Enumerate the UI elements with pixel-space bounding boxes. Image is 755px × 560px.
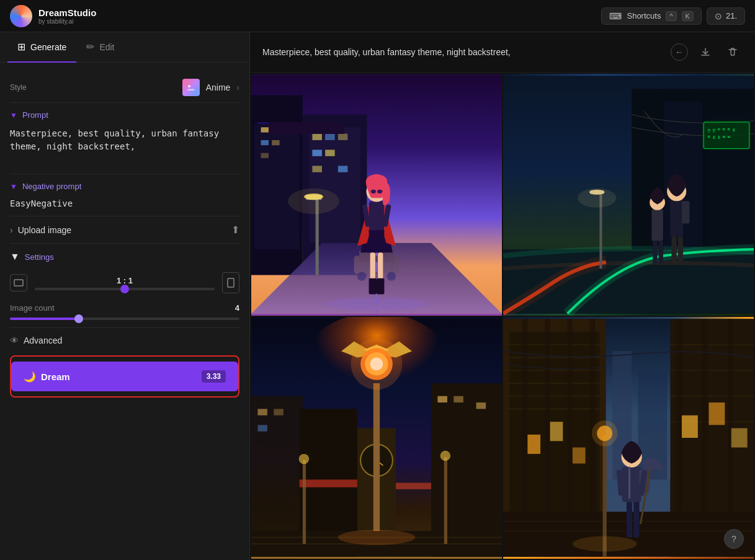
advanced-label: Advanced	[24, 336, 62, 345]
svg-point-94	[338, 530, 415, 545]
svg-rect-11	[272, 140, 279, 145]
image-cell-4[interactable]: ?	[503, 317, 754, 559]
svg-rect-73	[257, 409, 267, 415]
negative-prompt-input[interactable]: EasyNegative	[10, 196, 239, 216]
svg-rect-59	[682, 201, 689, 223]
svg-rect-25	[359, 251, 394, 262]
chevron-right-icon: ›	[236, 82, 239, 92]
svg-rect-40	[382, 204, 391, 227]
settings-header[interactable]: ▼ Settings	[10, 244, 239, 267]
help-icon: ?	[731, 534, 736, 544]
credits-button[interactable]: ⊙ 21.	[707, 7, 745, 25]
shortcuts-button[interactable]: ⌨ Shortcuts ^ K	[601, 7, 701, 25]
image-count-slider-track[interactable]	[10, 318, 239, 320]
svg-rect-42	[306, 195, 322, 200]
portrait-aspect-icon[interactable]	[222, 272, 239, 293]
svg-point-67	[578, 189, 616, 208]
help-button[interactable]: ?	[724, 529, 744, 549]
main-content: ⊞ Generate ✏ Edit Style	[0, 32, 755, 560]
svg-rect-8	[261, 127, 269, 132]
negative-prompt-chevron-icon: ▼	[10, 182, 17, 191]
logo-icon	[10, 5, 32, 27]
svg-rect-124	[708, 402, 725, 425]
prompt-input[interactable]: Masterpiece, best quality, urban fantasy…	[10, 125, 239, 174]
image-3-svg	[251, 317, 502, 559]
image-grid: कहे AZBr	[250, 73, 755, 560]
dream-cost-badge: 3.33	[202, 370, 226, 383]
upload-action-icon[interactable]: ⬆	[231, 224, 239, 236]
svg-rect-22	[312, 166, 322, 172]
tab-generate[interactable]: ⊞ Generate	[7, 32, 76, 63]
settings-chevron-icon: ▼	[10, 251, 20, 262]
dream-button[interactable]: 🌙 Dream 3.33	[11, 362, 238, 391]
svg-rect-57	[671, 236, 676, 262]
svg-rect-20	[312, 149, 322, 156]
tab-edit-label: Edit	[99, 42, 114, 52]
app-subtitle: by stability.ai	[38, 18, 96, 25]
image-4-svg	[503, 317, 754, 559]
svg-rect-74	[274, 409, 284, 415]
landscape-aspect-icon[interactable]	[10, 274, 27, 291]
prompt-chevron-icon: ▼	[10, 111, 17, 120]
dream-button-wrapper: 🌙 Dream 3.33	[10, 355, 239, 398]
right-panel: Masterpiece, best quality, urban fantasy…	[250, 32, 755, 560]
svg-rect-19	[338, 134, 348, 140]
tab-edit[interactable]: ✏ Edit	[76, 32, 124, 63]
svg-rect-24	[354, 256, 400, 273]
negative-prompt-header[interactable]: ▼ Negative prompt	[10, 174, 239, 196]
sidebar-inner: Style	[0, 63, 249, 410]
image-cell-2[interactable]: ᄁᄁᄃᄃᄃᄒ ᄃᄒᄒᄇᄇ	[503, 74, 754, 316]
app-title: DreamStudio	[38, 7, 96, 18]
svg-rect-39	[362, 204, 370, 227]
svg-point-98	[440, 451, 451, 461]
svg-rect-95	[303, 460, 306, 544]
svg-rect-136	[633, 499, 639, 537]
svg-rect-0	[185, 82, 197, 93]
edit-tab-icon: ✏	[86, 41, 94, 53]
image-count-label: Image count	[10, 303, 55, 313]
prompt-header[interactable]: ▼ Prompt	[10, 103, 239, 125]
svg-rect-9	[272, 127, 279, 132]
back-button[interactable]: ←	[671, 43, 688, 61]
image-count-slider-thumb[interactable]	[74, 314, 83, 323]
upload-image-row[interactable]: › Upload image ⬆	[10, 216, 239, 244]
svg-rect-2	[14, 280, 23, 286]
svg-marker-31	[360, 230, 393, 252]
advanced-row[interactable]: 👁 Advanced	[10, 328, 239, 353]
image-count-header: Image count 4	[10, 303, 239, 313]
dream-label: Dream	[41, 371, 70, 382]
svg-rect-30	[369, 201, 385, 236]
logo-area: DreamStudio by stability.ai	[10, 5, 96, 27]
style-preview-icon	[182, 79, 200, 96]
image-count-slider-fill	[10, 318, 79, 320]
svg-text:कहे AZBr: कहे AZBr	[264, 115, 288, 122]
svg-marker-28	[251, 243, 502, 314]
svg-rect-114	[573, 448, 586, 464]
prompt-label: Prompt	[22, 110, 48, 120]
credits-icon: ⊙	[715, 11, 722, 21]
eye-icon: 👁	[10, 336, 19, 345]
image-count-row: Image count 4	[10, 298, 239, 328]
aspect-slider-track[interactable]	[35, 288, 215, 290]
image-2-svg: ᄁᄁᄃᄃᄃᄒ ᄃᄒᄒᄇᄇ	[503, 74, 754, 316]
svg-point-144	[573, 536, 637, 551]
svg-rect-6	[257, 108, 296, 113]
gallery-header-icons: ←	[671, 42, 743, 62]
credits-value: 21.	[726, 11, 737, 20]
image-cell-3[interactable]	[251, 317, 502, 559]
svg-rect-76	[437, 396, 447, 402]
aspect-slider-thumb[interactable]	[120, 285, 129, 293]
svg-rect-21	[325, 149, 335, 156]
image-cell-1[interactable]: कहे AZBr	[251, 74, 502, 316]
delete-button[interactable]	[723, 42, 743, 62]
download-button[interactable]	[695, 42, 715, 62]
svg-rect-143	[628, 467, 630, 499]
image-count-value: 4	[235, 303, 239, 313]
chevron-right-upload-icon: ›	[10, 225, 13, 235]
style-selector[interactable]: Anime ›	[182, 79, 239, 96]
svg-rect-58	[678, 236, 683, 262]
shortcut-key1: ^	[666, 11, 676, 21]
svg-point-90	[351, 338, 403, 389]
svg-rect-54	[503, 249, 754, 314]
svg-rect-4	[251, 76, 502, 313]
